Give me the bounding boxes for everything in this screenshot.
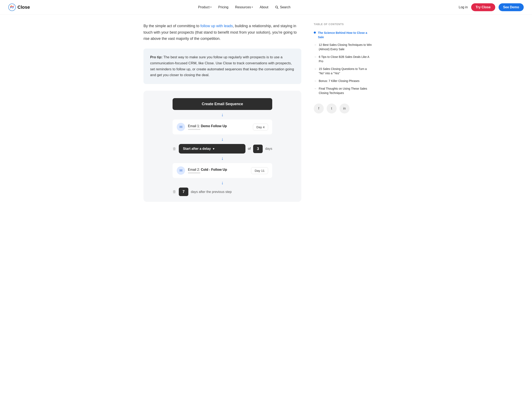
navbar: Close Product ▾ Pricing Resources ▾ Abou… xyxy=(0,0,532,14)
toc-arrow-icon: → xyxy=(314,87,317,90)
intro-paragraph: By the simple act of committing to follo… xyxy=(143,23,301,42)
toc-item-label-3: 15 Sales Closing Questions to Turn a "No… xyxy=(319,67,372,75)
toc-arrow-icon: → xyxy=(314,55,317,59)
toc-arrow-icon: → xyxy=(314,67,317,71)
chevron-down-icon: ▾ xyxy=(213,147,214,150)
delay-row: 🗑 Start after a delay ▾ of 3 days xyxy=(173,144,272,154)
toc-arrow-icon: → xyxy=(314,43,317,46)
see-demo-button[interactable]: See Demo xyxy=(499,3,524,11)
sidebar: TABLE OF CONTENTS The Science Behind How… xyxy=(314,23,372,202)
svg-line-2 xyxy=(277,8,278,9)
arrow-down-icon: ↓ xyxy=(221,112,224,117)
toc-item-2[interactable]: → 6 Tips to Close B2B Sales Deals Like A… xyxy=(314,53,372,65)
toc-active-dot xyxy=(314,31,316,34)
email-1-info: Email 1: Demo Follow Up xyxy=(188,124,227,130)
toc-item-5[interactable]: → Final Thoughts on Using These Sales Cl… xyxy=(314,85,372,97)
nav-links: Product ▾ Pricing Resources ▾ About Sear… xyxy=(198,5,291,9)
pro-tip-label: Pro tip: xyxy=(150,55,163,59)
toc-item-1[interactable]: → 12 Best Sales Closing Techniques to Wi… xyxy=(314,41,372,53)
nav-search[interactable]: Search xyxy=(275,5,291,9)
social-row: f t in xyxy=(314,104,372,114)
follow-up-link[interactable]: follow up with leads xyxy=(200,24,233,28)
email-1-title: Email 1: Demo Follow Up xyxy=(188,124,227,128)
arrow-down-icon-2: ↓ xyxy=(221,136,224,142)
pro-tip-box: Pro tip: The best way to make sure you f… xyxy=(143,49,301,84)
email-2-day-badge: Day 11 xyxy=(251,167,268,174)
toc-item-label-2: 6 Tips to Close B2B Sales Deals Like A P… xyxy=(319,55,372,63)
toc-item-label-5: Final Thoughts on Using These Sales Clos… xyxy=(319,86,372,95)
email-sequence-demo: Create Email Sequence ↓ ✉ Email 1: Demo … xyxy=(143,91,301,202)
twitter-icon: t xyxy=(331,107,332,110)
email-1-row: ✉ Email 1: Demo Follow Up Day 4 xyxy=(173,119,272,135)
email-1-day-badge: Day 4 xyxy=(253,124,268,130)
email-icon: ✉ xyxy=(177,123,185,131)
start-after-delay-button[interactable]: Start after a delay ▾ xyxy=(179,144,245,154)
linkedin-share-button[interactable]: in xyxy=(339,104,349,114)
toc-item-label-0: The Science Behind How to Close a Sale xyxy=(318,31,372,39)
email-2-title: Email 2: Cold - Follow Up xyxy=(188,168,227,172)
days-text: days xyxy=(265,147,272,151)
wait-row: 🗑 7 days after the previous step xyxy=(173,188,272,196)
email-icon-2: ✉ xyxy=(177,167,185,175)
create-email-sequence-button[interactable]: Create Email Sequence xyxy=(173,98,272,110)
toc-item-3[interactable]: → 15 Sales Closing Questions to Turn a "… xyxy=(314,65,372,77)
chevron-down-icon: ▾ xyxy=(252,6,253,9)
logo-text: Close xyxy=(17,5,30,10)
twitter-share-button[interactable]: t xyxy=(327,104,337,114)
nav-about[interactable]: About xyxy=(260,5,268,9)
try-close-button[interactable]: Try Close xyxy=(471,3,495,11)
email-2-line xyxy=(188,172,200,173)
page-layout: By the simple act of committing to follo… xyxy=(135,14,397,202)
toc-arrow-icon: → xyxy=(314,79,317,83)
toc-item-0[interactable]: The Science Behind How to Close a Sale xyxy=(314,29,372,41)
trash-icon[interactable]: 🗑 xyxy=(173,147,176,151)
login-button[interactable]: Log in xyxy=(459,5,468,9)
wait-suffix-text: days after the previous step xyxy=(191,190,232,194)
linkedin-icon: in xyxy=(343,107,346,110)
nav-product[interactable]: Product ▾ xyxy=(198,5,212,9)
nav-actions: Log in Try Close See Demo xyxy=(459,3,524,11)
nav-resources[interactable]: Resources ▾ xyxy=(235,5,253,9)
email-1-left: ✉ Email 1: Demo Follow Up xyxy=(177,123,227,131)
toc-item-label-4: Bonus: 7 Killer Closing Phrases xyxy=(319,79,359,83)
delay-num-badge[interactable]: 3 xyxy=(253,145,263,153)
email-2-row: ✉ Email 2: Cold - Follow Up Day 11 xyxy=(173,163,272,178)
toc-title: TABLE OF CONTENTS xyxy=(314,23,372,26)
toc-item-label-1: 12 Best Sales Closing Techniques to Win … xyxy=(319,43,372,52)
nav-pricing[interactable]: Pricing xyxy=(218,5,228,9)
wait-num-badge[interactable]: 7 xyxy=(179,188,188,196)
of-text: of xyxy=(248,147,251,151)
pro-tip-text: The best way to make sure you follow up … xyxy=(150,55,294,77)
main-content: By the simple act of committing to follo… xyxy=(143,23,301,202)
search-icon xyxy=(275,5,279,9)
svg-point-0 xyxy=(9,4,16,11)
svg-point-1 xyxy=(276,6,278,8)
facebook-icon: f xyxy=(318,107,319,110)
email-1-line xyxy=(188,129,200,130)
facebook-share-button[interactable]: f xyxy=(314,104,324,114)
trash-icon-2[interactable]: 🗑 xyxy=(173,190,176,194)
email-2-left: ✉ Email 2: Cold - Follow Up xyxy=(177,167,227,175)
arrow-down-icon-4: ↓ xyxy=(221,180,224,186)
arrow-down-icon-3: ↓ xyxy=(221,156,224,161)
email-2-info: Email 2: Cold - Follow Up xyxy=(188,168,227,173)
toc-item-4[interactable]: → Bonus: 7 Killer Closing Phrases xyxy=(314,77,372,85)
logo[interactable]: Close xyxy=(8,3,30,11)
chevron-down-icon: ▾ xyxy=(210,6,212,9)
